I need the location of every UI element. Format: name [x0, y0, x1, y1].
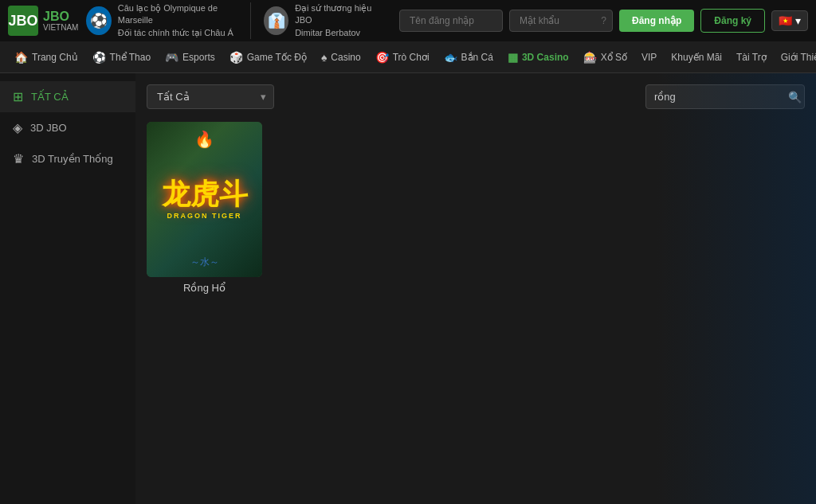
main-layout: ⊞ TẤT CẢ ◈ 3D JBO ♛ 3D Truyền Thống Tất …	[0, 73, 816, 504]
game-card-rong-ho[interactable]: 🔥 龙虎斗 DRAGON TIGER ～水～ Rồng Hổ	[147, 122, 262, 294]
game-name-rong-ho: Rồng Hổ	[147, 282, 262, 294]
nav-gioi-thieu[interactable]: Giới Thiệu Bạn Bè	[775, 41, 816, 73]
dt-chinese-text: 龙虎斗	[162, 180, 248, 209]
home-icon: 🏠	[14, 51, 28, 64]
sidebar-3d-jbo-label: 3D JBO	[30, 122, 67, 134]
nav-the-thao[interactable]: ⚽ Thể Thao	[86, 41, 157, 73]
search-wrap: 🔍	[645, 84, 805, 109]
filter-select-wrap: Tất Cả	[147, 84, 274, 109]
chevron-down-icon: ▾	[795, 14, 801, 27]
nav-xo-so-label: Xổ Số	[601, 52, 627, 63]
nav-casino[interactable]: ♠ Casino	[315, 41, 367, 73]
eye-icon[interactable]: ?	[601, 15, 606, 26]
nav-the-thao-label: Thể Thao	[110, 52, 151, 63]
nav-khuyen-mai[interactable]: Khuyến Mãi	[665, 41, 728, 73]
auth-area: ? Đăng nhập Đăng ký 🇻🇳 ▾	[399, 9, 808, 33]
3d-jbo-icon: ◈	[13, 120, 22, 135]
login-button[interactable]: Đăng nhập	[619, 10, 694, 32]
filter-select[interactable]: Tất Cả	[147, 84, 274, 109]
search-icon[interactable]: 🔍	[788, 91, 802, 104]
search-input[interactable]	[654, 85, 788, 108]
filter-bar: Tất Cả 🔍	[147, 84, 805, 109]
promo-marseille-text: Câu lạc bộ Olympique de Marseille Đối tá…	[118, 2, 237, 39]
nav-tai-tro[interactable]: Tài Trợ	[730, 41, 773, 73]
nav-3d-casino-label: 3D Casino	[522, 52, 569, 63]
fire-icon: 🔥	[194, 130, 214, 149]
nav-vip-label: VIP	[641, 52, 657, 63]
game-thumb-rong-ho: 🔥 龙虎斗 DRAGON TIGER ～水～	[147, 122, 262, 277]
register-button[interactable]: Đăng ký	[700, 9, 765, 33]
logo-area[interactable]: JBO JBO VIETNAM	[8, 6, 78, 36]
nav-esports[interactable]: 🎮 Esports	[159, 41, 222, 73]
username-input[interactable]	[399, 10, 503, 32]
fish-icon: 🐟	[444, 51, 457, 64]
esports-icon: 🎮	[165, 51, 178, 64]
logo-text: JBO VIETNAM	[43, 10, 78, 33]
nav-trang-chu-label: Trang Chủ	[32, 52, 78, 63]
crown-icon: ♛	[13, 151, 24, 166]
sidebar-tat-ca-label: TẤT CẢ	[31, 91, 69, 103]
nav-khuyen-mai-label: Khuyến Mãi	[671, 52, 722, 63]
nav-3d-casino[interactable]: ▦ 3D Casino	[501, 41, 575, 73]
promo-marseille[interactable]: ⚽ Câu lạc bộ Olympique de Marseille Đối …	[86, 2, 250, 39]
promo-berbatov-text: Đại sứ thương hiệu JBO Dimitar Berbatov	[295, 2, 379, 39]
logo-icon: JBO	[8, 6, 38, 36]
nav-ban-ca-label: Bắn Cá	[461, 52, 493, 63]
sidebar-3d-truyen-thong-label: 3D Truyền Thống	[32, 153, 113, 165]
nav-esports-label: Esports	[182, 52, 215, 63]
sidebar-item-tat-ca[interactable]: ⊞ TẤT CẢ	[0, 81, 135, 112]
promo-banners: ⚽ Câu lạc bộ Olympique de Marseille Đối …	[86, 2, 391, 39]
nav-bar: 🏠 Trang Chủ ⚽ Thể Thao 🎮 Esports 🎲 Game …	[0, 41, 816, 73]
flag-icon: 🇻🇳	[779, 14, 792, 27]
nav-game-toc-do-label: Game Tốc Độ	[247, 52, 307, 63]
nav-trang-chu[interactable]: 🏠 Trang Chủ	[8, 41, 84, 73]
grid-icon: ⊞	[13, 89, 23, 104]
dt-water-text: ～水～	[190, 256, 219, 269]
logo-jbo: JBO	[43, 10, 78, 24]
sidebar: ⊞ TẤT CẢ ◈ 3D JBO ♛ 3D Truyền Thống	[0, 73, 135, 504]
logo-vietnam: VIETNAM	[43, 23, 78, 32]
nav-xo-so[interactable]: 🎰 Xổ Số	[577, 41, 634, 73]
top-header: JBO JBO VIETNAM ⚽ Câu lạc bộ Olympique d…	[0, 0, 816, 41]
content-area: Tất Cả 🔍 🔥 龙虎斗 DRAGON TIGER ～水～	[135, 73, 816, 504]
nav-gioi-thieu-label: Giới Thiệu Bạn Bè	[781, 52, 816, 63]
password-wrap: ?	[509, 10, 613, 32]
tro-choi-icon: 🎯	[375, 51, 389, 64]
nav-tro-choi-label: Trò Chơi	[393, 52, 430, 63]
dragon-tiger-visual: 🔥 龙虎斗 DRAGON TIGER ～水～	[147, 122, 262, 277]
promo-berbatov-icon: 👔	[264, 6, 288, 35]
sidebar-item-3d-truyen-thong[interactable]: ♛ 3D Truyền Thống	[0, 143, 135, 174]
sidebar-item-3d-jbo[interactable]: ◈ 3D JBO	[0, 112, 135, 143]
nav-right: VIP Khuyến Mãi Tài Trợ Giới Thiệu Bạn Bè…	[635, 41, 816, 73]
promo-berbatov[interactable]: 👔 Đại sứ thương hiệu JBO Dimitar Berbato…	[264, 2, 391, 39]
nav-tai-tro-label: Tài Trợ	[736, 52, 767, 63]
casino-icon: ♠	[321, 51, 327, 64]
nav-vip[interactable]: VIP	[635, 41, 663, 73]
3d-casino-icon: ▦	[508, 51, 518, 64]
password-input[interactable]	[509, 10, 613, 32]
promo-marseille-icon: ⚽	[86, 6, 111, 35]
game-icon: 🎲	[230, 51, 243, 64]
nav-tro-choi[interactable]: 🎯 Trò Chơi	[369, 41, 436, 73]
lottery-icon: 🎰	[583, 51, 597, 64]
nav-ban-ca[interactable]: 🐟 Bắn Cá	[437, 41, 500, 73]
nav-game-toc-do[interactable]: 🎲 Game Tốc Độ	[223, 41, 313, 73]
dt-subtitle-text: DRAGON TIGER	[167, 212, 241, 220]
game-grid: 🔥 龙虎斗 DRAGON TIGER ～水～ Rồng Hổ	[147, 122, 805, 294]
language-button[interactable]: 🇻🇳 ▾	[771, 10, 808, 31]
soccer-icon: ⚽	[92, 51, 106, 64]
nav-casino-label: Casino	[331, 52, 360, 63]
